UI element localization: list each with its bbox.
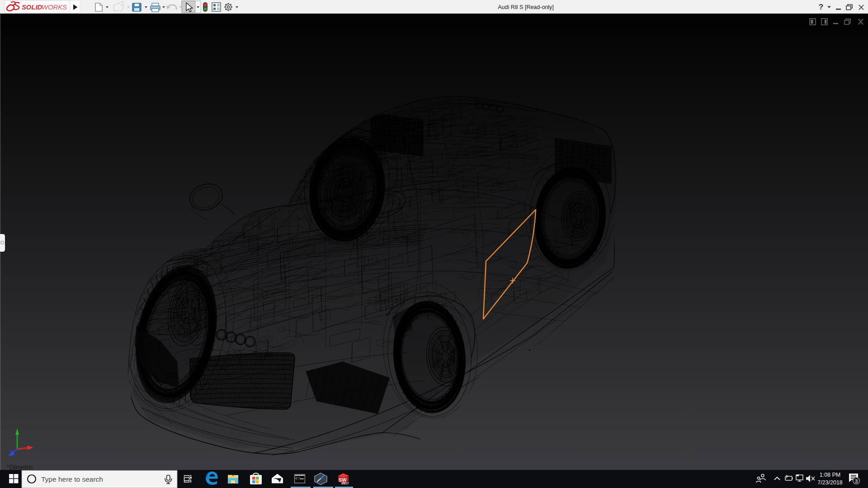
svg-text:SOLID: SOLID xyxy=(22,4,42,11)
svg-text:3: 3 xyxy=(855,479,858,484)
svg-text:*Dimetric: *Dimetric xyxy=(7,464,33,470)
svg-text:Audi R8 S [Read-only]: Audi R8 S [Read-only] xyxy=(498,4,554,10)
svg-text:1:08 PM: 1:08 PM xyxy=(820,472,841,478)
svg-text:C:\: C:\ xyxy=(296,477,301,480)
svg-text:2017: 2017 xyxy=(341,481,349,485)
svg-text:?: ? xyxy=(819,3,823,11)
svg-text:7/23/2018: 7/23/2018 xyxy=(817,479,843,486)
svg-text:WORKS: WORKS xyxy=(42,4,67,11)
svg-text:Type here to search: Type here to search xyxy=(41,475,103,483)
